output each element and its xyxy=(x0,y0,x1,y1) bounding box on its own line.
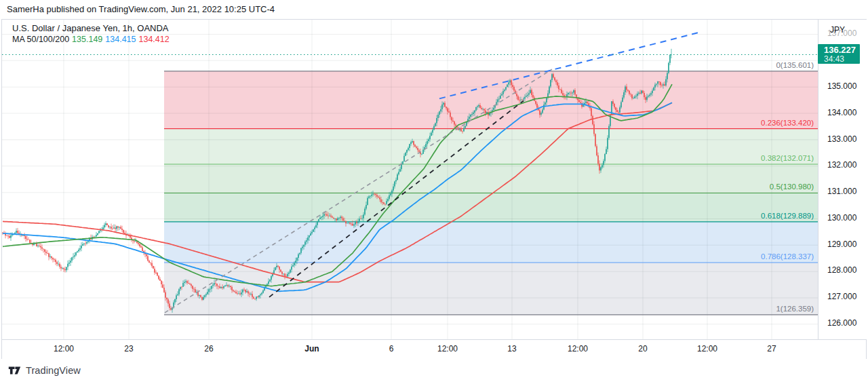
symbol-title[interactable]: U.S. Dollar / Japanese Yen, 1h, OANDA xyxy=(12,23,175,33)
tradingview-logo-icon[interactable] xyxy=(8,365,21,376)
time-tick-label: 23 xyxy=(124,344,133,354)
price-tick-label: 126.000 xyxy=(827,318,856,328)
fib-level-label: 0.786(128.337) xyxy=(761,252,814,261)
ma-legend[interactable]: MA 50/100/200135.149134.415134.412 xyxy=(12,35,175,44)
time-tick-label: 13 xyxy=(507,344,516,354)
time-tick-label: 26 xyxy=(204,344,213,354)
price-tick-label: 132.000 xyxy=(827,160,856,170)
price-tick-label: 129.000 xyxy=(827,240,856,249)
price-tick-label: 131.000 xyxy=(827,187,856,196)
time-tick-label: 27 xyxy=(767,344,776,354)
price-tick-label: 128.000 xyxy=(827,265,856,275)
tradingview-screenshot: SamerHa published on TradingView.com, Ju… xyxy=(0,0,868,382)
fib-level-label: 0.5(130.980) xyxy=(770,183,814,191)
fib-level-label: 1(126.359) xyxy=(776,305,814,313)
ma-legend-values: 135.149134.415134.412 xyxy=(72,35,172,44)
attribution-text: SamerHa published on TradingView.com, Ju… xyxy=(7,4,275,14)
last-price-value: 136.227 xyxy=(824,45,860,55)
time-tick-label: 12:00 xyxy=(437,344,458,354)
tradingview-wordmark[interactable]: TradingView xyxy=(26,365,81,376)
price-axis[interactable]: JPY 137.000135.000134.000133.000132.0001… xyxy=(818,20,867,339)
fib-level-label: 0.236(133.420) xyxy=(761,119,814,127)
fib-level-label: 0.618(129.889) xyxy=(761,212,814,220)
fib-band xyxy=(164,129,818,164)
fib-band xyxy=(164,164,818,193)
time-tick-label: 12:00 xyxy=(568,344,588,354)
bar-countdown: 34:43 xyxy=(824,55,860,63)
time-axis[interactable]: 12:002326Jun612:001312:002012:0027 xyxy=(2,339,866,359)
time-tick-label: 20 xyxy=(638,344,647,354)
ma-value: 134.415 xyxy=(105,35,136,44)
time-tick-label: Jun xyxy=(304,344,319,354)
time-tick-label: 12:00 xyxy=(697,344,717,354)
last-price-badge: 136.227 34:43 xyxy=(818,44,860,64)
ma-value: 135.149 xyxy=(72,35,102,44)
price-tick-label: 135.000 xyxy=(827,81,856,91)
tradingview-watermark: TradingView xyxy=(8,365,81,376)
ma-legend-label: MA 50/100/200 xyxy=(12,35,69,44)
fib-level-label: 0.382(132.071) xyxy=(761,154,814,162)
price-tick-label: 127.000 xyxy=(827,292,856,301)
time-tick-label: 12:00 xyxy=(54,344,74,354)
fib-band xyxy=(164,193,818,221)
price-tick-label: 130.000 xyxy=(827,213,856,223)
ma-value: 134.412 xyxy=(138,35,169,44)
price-tick-label-faded: 137.000 xyxy=(827,28,856,38)
price-tick-label: 134.000 xyxy=(827,108,856,117)
time-tick-label: 6 xyxy=(389,344,394,354)
fib-band xyxy=(164,222,818,263)
chart-canvas[interactable]: 0(135.601)0.236(133.420)0.382(132.071)0.… xyxy=(2,20,818,340)
price-tick-label: 133.000 xyxy=(827,134,856,144)
fib-band xyxy=(164,71,818,129)
chart-widget: 0(135.601)0.236(133.420)0.382(132.071)0.… xyxy=(1,19,867,359)
fib-level-label: 0(135.601) xyxy=(776,61,814,69)
